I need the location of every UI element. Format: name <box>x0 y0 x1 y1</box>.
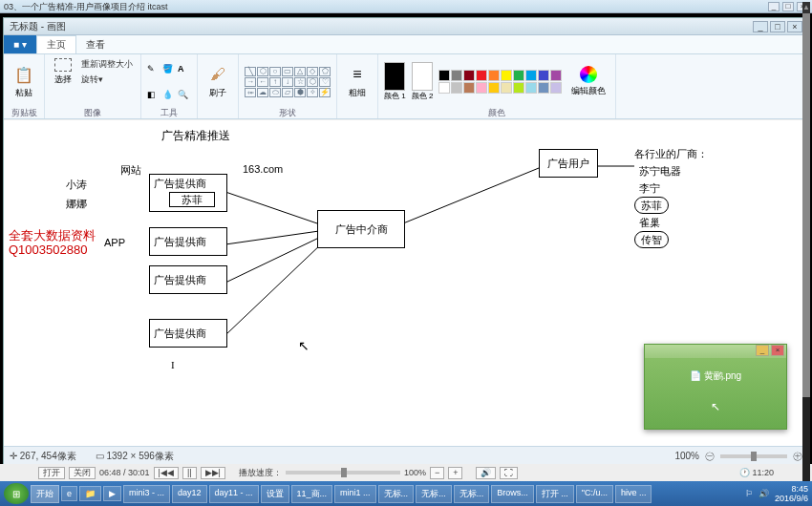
color-swatch[interactable] <box>525 70 537 81</box>
color-swatch[interactable] <box>451 82 462 94</box>
color-swatch[interactable] <box>463 70 475 81</box>
size-button[interactable]: ≡ 粗细 <box>343 62 372 101</box>
start-button[interactable]: ⊞ <box>4 483 29 504</box>
zoom-value: 100% <box>674 451 699 461</box>
vertical-scrollbar[interactable]: ▲ ▼ <box>802 2 810 504</box>
popup-close-button[interactable]: × <box>771 345 784 356</box>
file-tab[interactable]: ■ ▾ <box>4 35 36 53</box>
color-swatch[interactable] <box>438 70 450 81</box>
pause-button[interactable]: || <box>182 467 197 479</box>
tray-clock[interactable]: 8:45 2016/9/6 <box>775 484 808 503</box>
brush-button[interactable]: 🖌 刷子 <box>203 62 232 101</box>
fill-tool[interactable]: 🪣 <box>162 64 176 74</box>
edit-colors-icon <box>580 66 597 83</box>
paint-minimize-button[interactable]: _ <box>753 21 768 32</box>
open-button[interactable]: 打开 <box>38 467 65 479</box>
color-swatch[interactable] <box>550 70 562 81</box>
color-swatch[interactable] <box>488 82 500 94</box>
color-swatch[interactable] <box>501 70 512 81</box>
svg-line-1 <box>225 231 319 244</box>
tray-volume-icon[interactable]: 🔊 <box>759 489 769 498</box>
eraser-tool[interactable]: ◧ <box>147 90 160 99</box>
text-tool[interactable]: A <box>178 64 191 74</box>
color-swatch[interactable] <box>550 82 562 94</box>
tab-view[interactable]: 查看 <box>76 36 115 53</box>
picker-tool[interactable]: 💧 <box>162 90 176 99</box>
taskbar-item[interactable]: mini3 - ... <box>123 485 170 503</box>
next-button[interactable]: ▶▶| <box>201 467 225 479</box>
color2-swatch[interactable] <box>412 62 433 91</box>
svg-line-4 <box>403 168 539 223</box>
zoom-slider[interactable] <box>720 454 787 458</box>
color-swatch[interactable] <box>488 70 500 81</box>
outer-minimize-button[interactable]: _ <box>768 2 780 11</box>
color-swatch[interactable] <box>513 82 524 94</box>
brand-4: 传智 <box>634 231 669 248</box>
taskbar-item[interactable]: 无标... <box>416 485 452 503</box>
paint-title-text: 无标题 - 画图 <box>10 20 66 33</box>
taskbar-media[interactable]: ▶ <box>103 486 121 501</box>
edit-colors-button[interactable]: 编辑颜色 <box>567 64 609 99</box>
taskbar-item[interactable]: day11 - ... <box>209 485 259 503</box>
color-swatch[interactable] <box>476 70 487 81</box>
taskbar-item[interactable]: hive ... <box>615 485 652 503</box>
color-palette[interactable] <box>438 70 562 94</box>
color-swatch[interactable] <box>513 70 524 81</box>
taskbar-item[interactable]: mini1 ... <box>334 485 376 503</box>
tray-flag-icon[interactable]: ⚐ <box>745 489 753 498</box>
taskbar-start-label[interactable]: 开始 <box>31 485 59 503</box>
taskbar-ie[interactable]: e <box>61 486 77 501</box>
color-swatch[interactable] <box>501 82 512 94</box>
color-swatch[interactable] <box>525 82 537 94</box>
speed-down-button[interactable]: − <box>430 467 444 479</box>
paint-close-button[interactable]: × <box>787 21 802 32</box>
resize-button[interactable]: 重新调整大小 <box>79 57 135 72</box>
color-swatch[interactable] <box>538 70 549 81</box>
popup-minimize-button[interactable]: _ <box>756 345 769 356</box>
taskbar-item[interactable]: Brows... <box>491 485 534 503</box>
taskbar-item[interactable]: 11_商... <box>291 485 333 503</box>
taskbar-item[interactable]: 设置 <box>261 485 289 503</box>
svg-line-3 <box>225 242 323 335</box>
cursor-position: ✛ 267, 454像素 <box>10 450 76 463</box>
taskbar-item[interactable]: 无标... <box>454 485 490 503</box>
shape-gallery[interactable]: ╲⬡○▭△◇⬠ →←↑↓☆⬡♡ ⬰☁⬭▱⬢✧⚡ <box>245 67 331 97</box>
color-swatch[interactable] <box>438 82 450 94</box>
scroll-track[interactable] <box>802 13 810 493</box>
prev-button[interactable]: |◀◀ <box>154 467 179 479</box>
color-swatch[interactable] <box>538 82 549 94</box>
color1-swatch[interactable] <box>384 62 405 91</box>
outer-maximize-button[interactable]: □ <box>782 2 794 11</box>
player-controls: 打开 关闭 06:48 / 30:01 |◀◀ || ▶▶| 播放速度： 100… <box>0 464 812 481</box>
outer-window-titlebar: 03、一个广告精准-用户画像项目介绍 itcast _ □ × <box>0 0 812 13</box>
taskbar-item[interactable]: day12 <box>172 485 207 503</box>
zoom-out-button[interactable]: ㊀ <box>705 450 715 463</box>
zoom-tool[interactable]: 🔍 <box>178 90 191 99</box>
playback-time: 06:48 / 30:01 <box>99 468 150 477</box>
volume-button[interactable]: 🔊 <box>476 467 496 479</box>
system-tray: ⚐ 🔊 8:45 2016/9/6 <box>745 484 808 503</box>
speed-slider[interactable] <box>286 471 400 474</box>
paint-maximize-button[interactable]: □ <box>770 21 785 32</box>
speed-up-button[interactable]: + <box>448 467 462 479</box>
close-button[interactable]: 关闭 <box>69 467 96 479</box>
taskbar-item[interactable]: "C:/u... <box>576 485 613 503</box>
paste-button[interactable]: 📋 粘贴 <box>10 62 38 101</box>
fullscreen-button[interactable]: ⛶ <box>500 467 518 479</box>
canvas-size: ▭ 1392 × 596像素 <box>96 450 174 463</box>
zoom-in-button[interactable]: ㊉ <box>793 450 802 463</box>
scroll-thumb[interactable] <box>802 13 810 397</box>
rotate-button[interactable]: 旋转▾ <box>79 73 135 87</box>
taskbar-explorer[interactable]: 📁 <box>79 486 101 501</box>
color-swatch[interactable] <box>476 82 487 94</box>
pencil-tool[interactable]: ✎ <box>147 64 160 74</box>
svg-line-2 <box>225 237 321 283</box>
color-swatch[interactable] <box>463 82 475 94</box>
tab-home[interactable]: 主页 <box>36 35 76 53</box>
color-swatch[interactable] <box>451 70 462 81</box>
taskbar-item[interactable]: 无标... <box>378 485 415 503</box>
scroll-up-button[interactable]: ▲ <box>802 2 810 13</box>
taskbar-item[interactable]: 打开 ... <box>536 485 574 503</box>
paste-icon: 📋 <box>13 64 34 85</box>
select-button[interactable]: 选择 <box>51 56 75 88</box>
